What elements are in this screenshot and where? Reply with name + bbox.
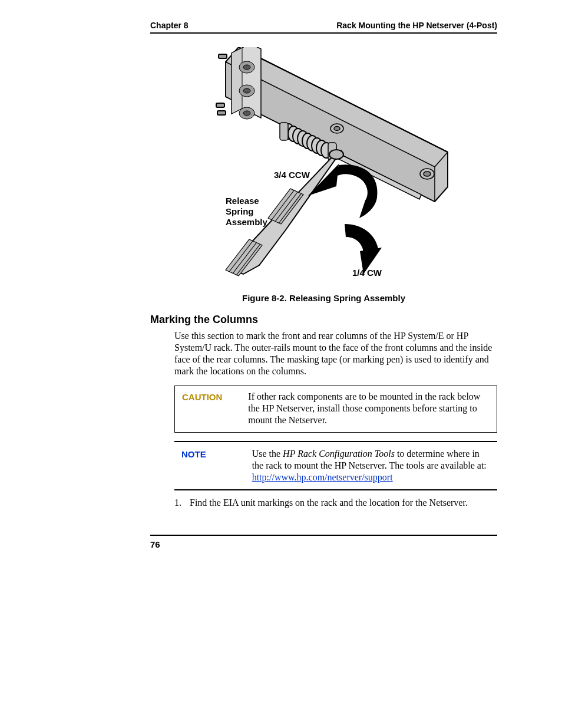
caution-text: If other rack components are to be mount… — [248, 391, 490, 426]
figure-label-release-l3: Assembly — [226, 217, 267, 227]
footer-rule — [150, 535, 497, 536]
note-text: Use the HP Rack Configuration Tools to d… — [252, 448, 490, 483]
knurled-nuts-icon — [239, 61, 254, 119]
svg-rect-42 — [217, 111, 226, 115]
figure-label-release-l2: Spring — [226, 206, 254, 216]
caution-box: CAUTION If other rack components are to … — [174, 386, 497, 433]
figure-label-ccw: 3/4 CCW — [274, 170, 310, 180]
page-header: Chapter 8 Rack Mounting the HP Netserver… — [150, 21, 497, 30]
figure-label-release: Release Spring Assembly — [226, 196, 267, 228]
figure-label-release-l1: Release — [226, 196, 259, 206]
figure-svg — [215, 47, 451, 280]
note-italic: HP Rack Configuration Tools — [283, 449, 395, 459]
caution-label: CAUTION — [182, 391, 222, 426]
note-pre: Use the — [252, 449, 283, 459]
cw-arrow-icon — [345, 224, 382, 274]
svg-marker-5 — [232, 48, 242, 114]
list-item-1: 1. Find the EIA unit markings on the rac… — [174, 497, 497, 509]
section-heading: Marking the Columns — [150, 314, 258, 326]
svg-point-13 — [424, 172, 431, 176]
header-right: Rack Mounting the HP Netserver (4-Post) — [336, 21, 497, 30]
svg-rect-40 — [219, 54, 227, 58]
svg-point-7 — [243, 65, 250, 70]
svg-rect-41 — [216, 103, 224, 107]
list-item-1-text: Find the EIA unit markings on the rack a… — [190, 498, 468, 508]
figure-caption: Figure 8-2. Releasing Spring Assembly — [150, 293, 497, 303]
section-paragraph: Use this section to mark the front and r… — [174, 330, 497, 377]
svg-rect-25 — [280, 123, 288, 140]
svg-point-15 — [334, 127, 340, 131]
figure-8-2 — [215, 47, 451, 280]
svg-point-9 — [243, 88, 250, 93]
list-item-1-number: 1. — [174, 497, 187, 509]
svg-point-11 — [243, 111, 250, 116]
note-link[interactable]: http://www.hp.com/netserver/support — [252, 472, 393, 482]
page-number: 76 — [150, 539, 160, 549]
note-label: NOTE — [181, 448, 206, 483]
page: Chapter 8 Rack Mounting the HP Netserver… — [0, 0, 562, 728]
svg-point-37 — [329, 150, 343, 159]
note-block: NOTE Use the HP Rack Configuration Tools… — [174, 441, 497, 490]
header-left: Chapter 8 — [150, 21, 189, 30]
header-rule — [150, 32, 497, 34]
figure-label-cw: 1/4 CW — [352, 268, 382, 278]
